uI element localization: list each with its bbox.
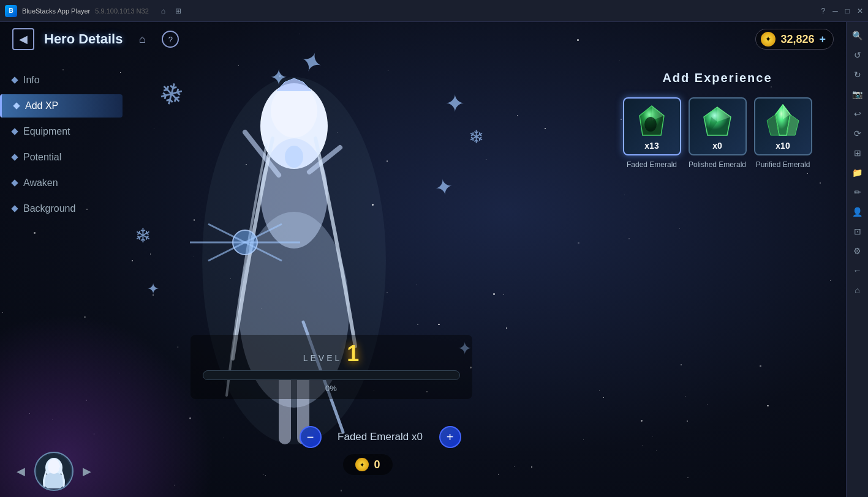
purified-emerald-name: Purified Emerald bbox=[756, 160, 810, 170]
rt-search-icon[interactable]: 🔍 bbox=[849, 27, 866, 44]
faded-emerald-count: x13 bbox=[644, 141, 659, 151]
decrease-button[interactable]: − bbox=[300, 426, 322, 448]
nav-label-info: Info bbox=[23, 75, 40, 86]
level-bar-container: LEVEL 1 0% bbox=[123, 335, 540, 399]
rt-nav-home-icon[interactable]: ⌂ bbox=[849, 282, 866, 299]
item-quantity-label: Faded Emerald x0 bbox=[331, 431, 429, 443]
minimize-win-icon[interactable]: ─ bbox=[832, 7, 838, 15]
purified-emerald-count: x10 bbox=[776, 141, 790, 151]
sidebar-item-equipment[interactable]: Equipment bbox=[0, 120, 123, 143]
rt-layers-icon[interactable]: ⊡ bbox=[849, 223, 866, 240]
home-button[interactable]: ⌂ bbox=[132, 29, 152, 49]
faded-emerald-name: Faded Emerald bbox=[627, 160, 677, 170]
app-title-text: BlueStacks App Player bbox=[22, 7, 90, 15]
exp-item-box-faded[interactable]: x13 bbox=[623, 97, 681, 155]
titlebar: B BlueStacks App Player 5.9.100.1013 N32… bbox=[0, 0, 868, 22]
level-number: 1 bbox=[347, 341, 359, 367]
exp-item-box-polished[interactable]: x0 bbox=[689, 97, 747, 155]
top-nav: ◀ Hero Details ⌂ ? ✦ 32,826 + bbox=[0, 22, 846, 56]
hero-avatar[interactable] bbox=[34, 452, 74, 491]
purified-emerald-icon bbox=[764, 103, 801, 140]
sidebar-item-background[interactable]: Background bbox=[0, 197, 123, 220]
svg-point-29 bbox=[48, 459, 60, 474]
exp-item-purified: x10 Purified Emerald bbox=[754, 97, 812, 170]
faded-emerald-icon bbox=[633, 103, 670, 140]
prev-hero-button[interactable]: ◀ bbox=[12, 463, 29, 480]
exp-items-container: x13 Faded Emerald bbox=[613, 97, 821, 170]
rt-rotate-right-icon[interactable]: ↻ bbox=[849, 66, 866, 83]
exp-item-polished: x0 Polished Emerald bbox=[689, 97, 747, 170]
rt-brush-icon[interactable]: ✏ bbox=[849, 184, 866, 201]
hero-avatar-image bbox=[37, 454, 71, 488]
rt-user-icon[interactable]: 👤 bbox=[849, 203, 866, 220]
nav-label-background: Background bbox=[23, 203, 75, 214]
hero-illustration: ❄ ✦ ✦ ✦ ❄ ✦ ❄ ✦ ✦ bbox=[110, 40, 502, 481]
snowflake-deco-7: ❄ bbox=[135, 224, 151, 247]
snowflake-deco-4: ✦ bbox=[445, 89, 466, 118]
close-win-icon[interactable]: ✕ bbox=[857, 7, 863, 15]
sidebar-item-info[interactable]: Info bbox=[0, 69, 123, 92]
multi-instance-icon[interactable]: ⊞ bbox=[175, 7, 181, 15]
currency-icon: ✦ bbox=[761, 32, 776, 47]
help-win-icon[interactable]: ? bbox=[821, 7, 826, 15]
bottom-avatar: ◀ ▶ bbox=[12, 452, 96, 491]
xp-bar bbox=[203, 370, 460, 380]
svg-point-18 bbox=[644, 117, 657, 132]
nav-diamond-addxp bbox=[13, 102, 20, 109]
titlebar-left: B BlueStacks App Player 5.9.100.1013 N32… bbox=[5, 5, 181, 17]
rt-screenshot-icon[interactable]: 📷 bbox=[849, 86, 866, 103]
snowflake-deco-5: ❄ bbox=[469, 126, 484, 148]
nav-diamond-info bbox=[11, 77, 18, 83]
titlebar-controls: ? ─ □ ✕ bbox=[821, 7, 863, 15]
sidebar-item-addxp[interactable]: Add XP bbox=[0, 94, 123, 118]
currency-amount: 32,826 bbox=[780, 33, 814, 46]
nav-label-potential: Potential bbox=[23, 152, 61, 163]
polished-emerald-name: Polished Emerald bbox=[689, 160, 746, 170]
nav-diamond-awaken bbox=[11, 179, 18, 186]
game-area: ◀ Hero Details ⌂ ? ✦ 32,826 + Info Add X… bbox=[0, 22, 846, 497]
currency-plus-button[interactable]: + bbox=[819, 33, 826, 46]
rt-refresh-icon[interactable]: ⟳ bbox=[849, 125, 866, 142]
polished-emerald-count: x0 bbox=[712, 141, 722, 151]
xp-percent: 0% bbox=[203, 384, 460, 393]
app-version: 5.9.100.1013 N32 bbox=[95, 7, 148, 15]
rt-nav-left-icon[interactable]: ← bbox=[849, 262, 866, 279]
next-hero-button[interactable]: ▶ bbox=[78, 463, 96, 480]
home-win-icon[interactable]: ⌂ bbox=[161, 7, 165, 15]
increase-button[interactable]: + bbox=[439, 426, 461, 448]
nav-diamond-equipment bbox=[11, 128, 18, 135]
svg-point-11 bbox=[285, 146, 303, 168]
cost-display: ✦ 0 bbox=[184, 454, 552, 475]
snowflake-deco-9: ✦ bbox=[147, 280, 159, 297]
nav-diamond-potential bbox=[11, 154, 18, 160]
rt-settings-icon[interactable]: ⚙ bbox=[849, 242, 866, 260]
nav-label-addxp: Add XP bbox=[25, 100, 58, 111]
rt-back-icon[interactable]: ↩ bbox=[849, 105, 866, 122]
svg-point-2 bbox=[271, 84, 317, 138]
hero-svg bbox=[172, 53, 417, 469]
help-button[interactable]: ? bbox=[162, 31, 179, 48]
cost-bg: ✦ 0 bbox=[343, 454, 392, 475]
add-experience-panel: Add Experience bbox=[613, 71, 821, 170]
page-title: Hero Details bbox=[44, 31, 123, 47]
rt-rotate-left-icon[interactable]: ↺ bbox=[849, 47, 866, 64]
item-control: − Faded Emerald x0 + bbox=[208, 426, 552, 448]
app-icon: B bbox=[5, 5, 17, 17]
rt-apps-icon[interactable]: ⊞ bbox=[849, 144, 866, 162]
right-toolbar: 🔍 ↺ ↻ 📷 ↩ ⟳ ⊞ 📁 ✏ 👤 ⊡ ⚙ ← ⌂ bbox=[846, 22, 868, 497]
back-button[interactable]: ◀ bbox=[12, 28, 34, 50]
sidebar-item-awaken[interactable]: Awaken bbox=[0, 171, 123, 195]
left-nav: Info Add XP Equipment Potential Awaken B… bbox=[0, 56, 123, 233]
snowflake-deco-6: ✦ bbox=[433, 174, 456, 203]
cost-amount: 0 bbox=[374, 458, 380, 471]
maximize-win-icon[interactable]: □ bbox=[845, 7, 850, 15]
exp-item-faded: x13 Faded Emerald bbox=[623, 97, 681, 170]
polished-emerald-icon bbox=[699, 103, 736, 140]
currency-display: ✦ 32,826 + bbox=[755, 29, 834, 50]
sidebar-item-potential[interactable]: Potential bbox=[0, 146, 123, 169]
cost-icon: ✦ bbox=[355, 458, 369, 471]
nav-diamond-background bbox=[11, 205, 18, 212]
exp-item-box-purified[interactable]: x10 bbox=[754, 97, 812, 155]
rt-folder-icon[interactable]: 📁 bbox=[849, 164, 866, 181]
add-experience-title: Add Experience bbox=[613, 71, 821, 85]
